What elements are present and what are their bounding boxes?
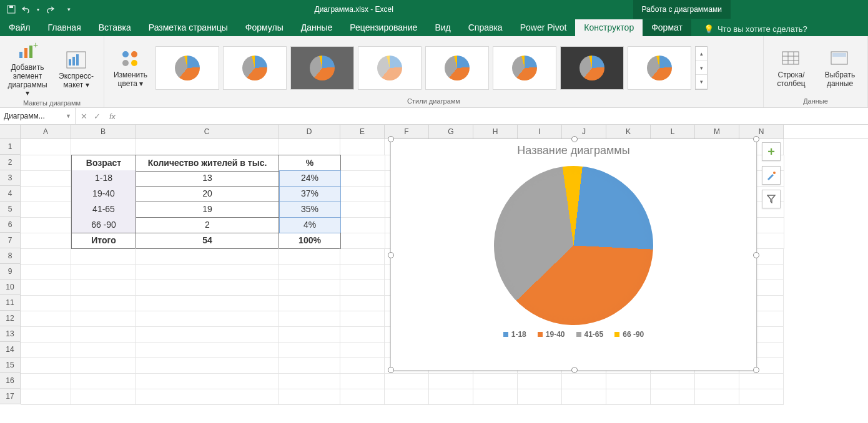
row-header-12[interactable]: 12 bbox=[0, 311, 21, 326]
cell-B17[interactable] bbox=[71, 389, 136, 405]
cell-E15[interactable] bbox=[340, 357, 385, 374]
cell-D16[interactable] bbox=[279, 373, 340, 389]
col-header-G[interactable]: G bbox=[429, 125, 473, 139]
cell-B12[interactable] bbox=[71, 311, 136, 327]
col-header-L[interactable]: L bbox=[651, 125, 695, 139]
chart-style-3[interactable] bbox=[290, 46, 354, 90]
cell-D13[interactable] bbox=[279, 326, 340, 343]
row-header-15[interactable]: 15 bbox=[0, 357, 21, 373]
chart-style-2[interactable] bbox=[223, 46, 287, 90]
cell-A12[interactable] bbox=[21, 311, 71, 327]
cell-A7[interactable] bbox=[21, 233, 71, 249]
cell-D15[interactable] bbox=[279, 357, 340, 374]
cell-B13[interactable] bbox=[71, 326, 136, 343]
cancel-icon[interactable]: ✕ bbox=[81, 112, 87, 121]
tab-formulas[interactable]: Формулы bbox=[237, 19, 292, 36]
row-header-5[interactable]: 5 bbox=[0, 202, 21, 217]
cell-B10[interactable] bbox=[71, 280, 136, 296]
cell-D9[interactable] bbox=[279, 264, 340, 280]
legend-item-2[interactable]: 41-65 bbox=[576, 330, 604, 339]
legend-item-0[interactable]: 1-18 bbox=[503, 330, 526, 339]
cell-F17[interactable] bbox=[385, 389, 429, 405]
cell-A2[interactable] bbox=[21, 155, 71, 171]
tab-data[interactable]: Данные bbox=[292, 19, 342, 36]
col-header-D[interactable]: D bbox=[279, 125, 340, 139]
cell-A5[interactable] bbox=[21, 202, 71, 218]
cell-L16[interactable] bbox=[651, 373, 695, 389]
cell-B2[interactable]: Возраст bbox=[71, 155, 136, 172]
fx-icon[interactable]: fx bbox=[106, 112, 119, 121]
cell-C9[interactable] bbox=[136, 264, 279, 280]
quick-layout-button[interactable]: Экспресс-макет ▾ bbox=[54, 47, 99, 91]
cell-N16[interactable] bbox=[739, 373, 784, 389]
row-header-10[interactable]: 10 bbox=[0, 280, 21, 295]
resize-handle-e[interactable] bbox=[753, 252, 759, 258]
cell-D6[interactable]: 4% bbox=[279, 217, 341, 233]
cell-C12[interactable] bbox=[136, 311, 279, 327]
row-header-9[interactable]: 9 bbox=[0, 264, 21, 280]
chart-style-8[interactable] bbox=[628, 46, 691, 90]
cell-C10[interactable] bbox=[136, 280, 279, 296]
row-header-17[interactable]: 17 bbox=[0, 389, 21, 404]
cell-E10[interactable] bbox=[340, 280, 385, 296]
cell-M17[interactable] bbox=[695, 389, 739, 405]
cell-M16[interactable] bbox=[695, 373, 739, 389]
cell-B5[interactable]: 41-65 bbox=[71, 202, 136, 218]
chart-style-6[interactable] bbox=[493, 46, 556, 90]
tab-page-layout[interactable]: Разметка страницы bbox=[140, 19, 237, 36]
select-data-button[interactable]: Выбрать данные bbox=[817, 46, 862, 90]
cell-E11[interactable] bbox=[340, 295, 385, 311]
cell-K17[interactable] bbox=[606, 389, 651, 405]
row-header-1[interactable]: 1 bbox=[0, 139, 21, 155]
chart-style-7[interactable] bbox=[560, 46, 624, 90]
cell-C2[interactable]: Количество жителей в тыс. bbox=[136, 155, 279, 172]
chart-legend[interactable]: 1-18 19-40 41-65 66 -90 bbox=[391, 330, 756, 339]
chart-style-4[interactable] bbox=[358, 46, 422, 90]
cell-E13[interactable] bbox=[340, 326, 385, 343]
tab-chart-format[interactable]: Формат bbox=[643, 19, 691, 36]
cell-I17[interactable] bbox=[518, 389, 562, 405]
cell-C14[interactable] bbox=[136, 342, 279, 358]
cell-N17[interactable] bbox=[739, 389, 784, 405]
cell-B14[interactable] bbox=[71, 342, 136, 358]
qat-customize-icon[interactable]: ▾ bbox=[59, 3, 75, 16]
cell-H16[interactable] bbox=[473, 373, 518, 389]
add-chart-element-button[interactable]: + Добавить элемент диаграммы ▾ bbox=[5, 39, 50, 99]
cell-B4[interactable]: 19-40 bbox=[71, 186, 136, 202]
cell-E9[interactable] bbox=[340, 264, 385, 280]
spreadsheet-grid[interactable]: ABCDEFGHIJKLMN 12ВозрастКоличество жител… bbox=[0, 125, 868, 423]
cell-A11[interactable] bbox=[21, 295, 71, 311]
cell-J16[interactable] bbox=[562, 373, 606, 389]
row-header-2[interactable]: 2 bbox=[0, 155, 21, 170]
cell-A14[interactable] bbox=[21, 342, 71, 358]
col-header-K[interactable]: K bbox=[606, 125, 651, 139]
tab-chart-design[interactable]: Конструктор bbox=[575, 19, 643, 36]
cell-L17[interactable] bbox=[651, 389, 695, 405]
tab-home[interactable]: Главная bbox=[39, 19, 89, 36]
cell-I16[interactable] bbox=[518, 373, 562, 389]
cell-A1[interactable] bbox=[21, 139, 71, 155]
chart-object[interactable]: Название диаграммы 1-18 19-40 41-65 66 -… bbox=[390, 139, 757, 371]
cell-A10[interactable] bbox=[21, 280, 71, 296]
enter-icon[interactable]: ✓ bbox=[94, 112, 101, 121]
tell-me[interactable]: 💡 Что вы хотите сделать? bbox=[699, 22, 812, 36]
cell-C5[interactable]: 19 bbox=[136, 202, 279, 218]
chart-styles-button[interactable] bbox=[762, 166, 781, 185]
row-header-11[interactable]: 11 bbox=[0, 295, 21, 311]
tab-insert[interactable]: Вставка bbox=[90, 19, 140, 36]
cell-B7[interactable]: Итого bbox=[71, 233, 136, 249]
col-header-B[interactable]: B bbox=[71, 125, 136, 139]
cell-E2[interactable] bbox=[341, 155, 385, 171]
col-header-A[interactable]: A bbox=[21, 125, 71, 139]
cell-A9[interactable] bbox=[21, 264, 71, 280]
cell-E4[interactable] bbox=[341, 186, 385, 202]
cell-D1[interactable] bbox=[279, 139, 340, 155]
resize-handle-w[interactable] bbox=[388, 252, 394, 258]
row-header-13[interactable]: 13 bbox=[0, 326, 21, 342]
cell-A4[interactable] bbox=[21, 186, 71, 202]
cell-J17[interactable] bbox=[562, 389, 606, 405]
cell-D17[interactable] bbox=[279, 389, 340, 405]
resize-handle-nw[interactable] bbox=[388, 136, 394, 142]
undo-icon[interactable] bbox=[20, 3, 32, 16]
cell-D2[interactable]: % bbox=[279, 155, 341, 172]
